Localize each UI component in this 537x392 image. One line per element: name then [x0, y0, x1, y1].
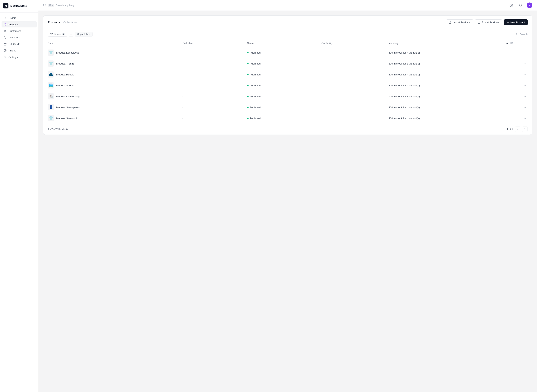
header-actions: Import Products Export Products New Prod…: [446, 19, 528, 25]
prev-page-button[interactable]: [515, 126, 520, 132]
gear-icon: [4, 56, 7, 59]
notification-icon[interactable]: [517, 2, 523, 9]
sidebar-item-orders[interactable]: Orders: [1, 15, 37, 21]
percent-icon: [4, 36, 7, 39]
product-availability: [317, 91, 384, 102]
sidebar-item-customers[interactable]: Customers: [1, 28, 37, 34]
search-icon: [43, 4, 46, 7]
product-name-cell: 👕 Medusa T-Shirt: [48, 61, 173, 67]
table-row[interactable]: ☕ Medusa Coffee Mug - Published 100 in s…: [43, 91, 532, 102]
help-icon[interactable]: [508, 2, 514, 9]
active-filter-tag[interactable]: Unpublished: [75, 32, 93, 37]
table-row[interactable]: 👕 Medusa Longsleeve - Published 400 in s…: [43, 47, 532, 58]
table-row[interactable]: 👕 Medusa Sweatshirt - Published 400 in s…: [43, 113, 532, 124]
filters-left: Filters 0 + Unpublished: [48, 32, 93, 37]
new-product-button[interactable]: New Product: [504, 19, 528, 25]
product-thumbnail: 👕: [48, 61, 54, 67]
filters-bar: Filters 0 + Unpublished Search: [43, 29, 532, 39]
pagination-controls: 1 of 1: [507, 126, 528, 132]
svg-line-20: [518, 35, 518, 35]
product-inventory: 100 in stock for 1 variant(s): [384, 91, 516, 102]
import-icon: [449, 21, 452, 24]
svg-marker-18: [51, 33, 53, 35]
product-collection: -: [178, 113, 243, 124]
status-label: Published: [250, 51, 261, 54]
card-footer: 1 - 7 of 7 Products 1 of 1: [43, 124, 532, 135]
status-label: Published: [250, 62, 261, 65]
status-badge: Published: [247, 51, 312, 54]
status-dot: [247, 63, 249, 64]
sidebar-item-pricing-label: Pricing: [9, 49, 16, 52]
status-label: Published: [250, 73, 261, 76]
sidebar-item-settings[interactable]: Settings: [1, 54, 37, 60]
product-collection: -: [178, 102, 243, 113]
row-action-menu-button[interactable]: ···: [521, 116, 528, 121]
svg-point-9: [5, 57, 5, 57]
sidebar-item-pricing[interactable]: Pricing: [1, 47, 37, 54]
status-label: Published: [250, 84, 261, 87]
logo-box: M: [3, 3, 9, 9]
sidebar-item-products[interactable]: Products: [1, 21, 37, 28]
logo-letter: M: [5, 4, 7, 7]
product-name-cell: ☕ Medusa Coffee Mug: [48, 93, 173, 99]
new-product-label: New Product: [510, 21, 525, 24]
tab-collections[interactable]: Collections: [63, 21, 77, 24]
row-action-menu-button[interactable]: ···: [521, 61, 528, 66]
product-name: Medusa Sweatshirt: [56, 117, 78, 120]
search-filter[interactable]: Search: [516, 33, 528, 36]
product-availability: [317, 80, 384, 91]
tab-products[interactable]: Products: [48, 21, 60, 24]
product-thumbnail: 👖: [48, 104, 54, 110]
product-inventory: 400 in stock for 4 variant(s): [384, 47, 516, 58]
status-label: Published: [250, 117, 261, 120]
row-action-menu-button[interactable]: ···: [521, 50, 528, 56]
user-avatar[interactable]: M: [527, 3, 532, 8]
product-name-cell: 👕 Medusa Longsleeve: [48, 50, 173, 56]
import-products-button[interactable]: Import Products: [446, 19, 473, 25]
row-action-menu-button[interactable]: ···: [521, 94, 528, 99]
products-card: Products Collections Import Products: [43, 15, 532, 135]
status-dot: [247, 52, 249, 53]
status-badge: Published: [247, 84, 312, 87]
search-bar[interactable]: ⌘ K Search anything...: [43, 4, 76, 7]
export-products-button[interactable]: Export Products: [475, 19, 502, 25]
product-inventory: 800 in stock for 8 variant(s): [384, 58, 516, 69]
import-products-label: Import Products: [453, 21, 470, 24]
svg-point-4: [4, 37, 5, 37]
product-name-cell: 🩳 Medusa Shorts: [48, 82, 173, 89]
svg-rect-28: [512, 42, 513, 43]
product-availability: [317, 69, 384, 80]
search-filter-label: Search: [520, 33, 528, 36]
table-row[interactable]: 🧥 Medusa Hoodie - Published 400 in stock…: [43, 69, 532, 80]
svg-rect-27: [511, 42, 511, 43]
sidebar-item-discounts[interactable]: Discounts: [1, 34, 37, 41]
row-action-menu-button[interactable]: ···: [521, 105, 528, 110]
next-page-button[interactable]: [522, 126, 528, 132]
money-icon: [4, 49, 7, 52]
status-badge: Published: [247, 73, 312, 76]
product-name: Medusa Coffee Mug: [56, 95, 79, 98]
sidebar-item-customers-label: Customers: [9, 30, 21, 33]
sidebar-item-gift-cards[interactable]: Gift Cards: [1, 41, 37, 47]
col-inventory: Inventory: [384, 39, 516, 47]
tab-group: Products Collections: [48, 21, 77, 24]
chevron-right-icon: [523, 128, 526, 131]
table-row[interactable]: 🩳 Medusa Shorts - Published 400 in stock…: [43, 80, 532, 91]
row-action-menu-button[interactable]: ···: [521, 83, 528, 88]
col-availability: Availability: [317, 39, 384, 47]
table-row[interactable]: 👖 Medusa Sweatpants - Published 400 in s…: [43, 102, 532, 113]
tag-icon: [4, 23, 7, 26]
main-area: ⌘ K Search anything... M Products: [38, 0, 537, 392]
filters-button[interactable]: Filters 0: [48, 32, 67, 37]
sidebar-item-gift-cards-label: Gift Cards: [9, 43, 20, 46]
product-inventory: 400 in stock for 4 variant(s): [384, 80, 516, 91]
grid-view-icon[interactable]: [510, 41, 513, 45]
product-name-cell: 👖 Medusa Sweatpants: [48, 104, 173, 110]
list-view-icon[interactable]: [505, 41, 509, 45]
status-dot: [247, 85, 249, 86]
products-table-container: Name Collection Status Availability: [43, 39, 532, 124]
table-row[interactable]: 👕 Medusa T-Shirt - Published 800 in stoc…: [43, 58, 532, 69]
card-header: Products Collections Import Products: [43, 16, 532, 29]
add-filter-button[interactable]: +: [69, 32, 73, 37]
row-action-menu-button[interactable]: ···: [521, 72, 528, 77]
